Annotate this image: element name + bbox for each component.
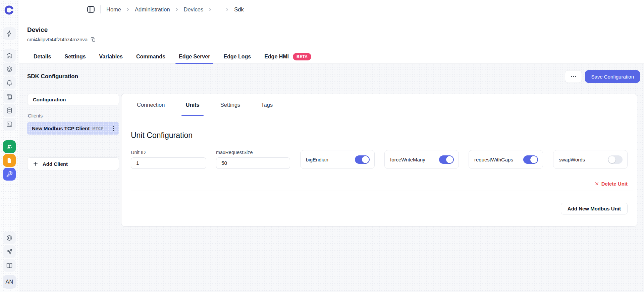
more-options-button[interactable] bbox=[565, 70, 582, 83]
tab-edge-hmi-label: Edge HMI bbox=[264, 54, 289, 60]
sidebar-item-database[interactable] bbox=[3, 104, 16, 117]
breadcrumb-administration[interactable]: Administration bbox=[135, 6, 170, 13]
users-icon bbox=[6, 143, 13, 150]
app-logo-icon[interactable] bbox=[4, 5, 14, 15]
x-icon bbox=[595, 182, 599, 186]
topbar: Home Administration Devices Sdk bbox=[19, 0, 644, 19]
terminal-icon bbox=[6, 121, 13, 128]
swap-words-toggle-card: swapWords bbox=[553, 150, 628, 169]
breadcrumb-sdk: Sdk bbox=[234, 6, 244, 13]
client-config-card: Connection Units Settings Tags Unit Conf… bbox=[121, 94, 637, 227]
tab-units[interactable]: Units bbox=[181, 94, 203, 116]
copy-icon[interactable] bbox=[90, 37, 96, 42]
chevron-right-icon bbox=[125, 7, 130, 12]
sidebar-item-users-app[interactable] bbox=[3, 140, 16, 153]
save-configuration-button[interactable]: Save Configuration bbox=[585, 70, 640, 83]
chevron-right-icon bbox=[208, 7, 213, 12]
client-type-badge: MTCP bbox=[92, 127, 104, 131]
chevron-right-icon bbox=[174, 7, 179, 12]
add-new-modbus-unit-button[interactable]: Add New Modbus Unit bbox=[561, 203, 628, 214]
delete-unit-button[interactable]: Delete Unit bbox=[595, 181, 628, 187]
clients-label: Clients bbox=[28, 113, 119, 118]
app-root: AN Home Administration Devices Sdk D bbox=[0, 0, 644, 292]
wrench-icon bbox=[6, 171, 13, 178]
unit-id-input[interactable] bbox=[131, 157, 206, 169]
sidebar-item-layers[interactable] bbox=[3, 63, 16, 76]
max-request-size-input[interactable] bbox=[216, 157, 290, 169]
swap-words-toggle[interactable] bbox=[608, 155, 623, 164]
tab-tags[interactable]: Tags bbox=[257, 94, 277, 116]
sidebar-item-terminal[interactable] bbox=[3, 118, 16, 131]
client-tabs: Connection Units Settings Tags bbox=[121, 94, 637, 116]
force-write-many-toggle-card: forceWriteMany bbox=[384, 150, 459, 169]
swap-words-label: swapWords bbox=[559, 157, 585, 162]
sidebar-item-notifications[interactable] bbox=[3, 77, 16, 89]
tab-edge-hmi[interactable]: Edge HMIBETA bbox=[261, 50, 315, 63]
request-with-gaps-label: requestWithGaps bbox=[474, 157, 513, 162]
database-icon bbox=[6, 107, 13, 114]
sidebar: AN bbox=[0, 0, 19, 292]
big-endian-toggle-card: bigEndian bbox=[300, 150, 375, 169]
force-write-many-toggle[interactable] bbox=[439, 155, 454, 164]
chevron-right-icon bbox=[225, 7, 230, 12]
clients-panel: Configuration Clients New Modbus TCP Cli… bbox=[27, 94, 119, 170]
add-client-label: Add Client bbox=[43, 161, 68, 167]
device-header: Device cmi4kilpv044fzt4hz4rnznva bbox=[19, 19, 644, 42]
request-with-gaps-toggle[interactable] bbox=[523, 155, 538, 164]
scroll-icon bbox=[6, 93, 13, 100]
max-request-size-label: maxRequestSize bbox=[216, 150, 290, 155]
max-request-size-field-group: maxRequestSize bbox=[216, 150, 290, 169]
layers-icon bbox=[6, 66, 13, 72]
request-with-gaps-toggle-card: requestWithGaps bbox=[469, 150, 543, 169]
book-open-icon bbox=[6, 262, 13, 269]
tab-variables[interactable]: Variables bbox=[96, 50, 126, 63]
file-icon bbox=[6, 157, 13, 164]
tab-client-settings[interactable]: Settings bbox=[216, 94, 245, 116]
topbar-divider bbox=[100, 5, 101, 13]
sidebar-item-docs[interactable] bbox=[3, 259, 16, 272]
tab-settings[interactable]: Settings bbox=[61, 50, 89, 63]
tab-commands[interactable]: Commands bbox=[133, 50, 169, 63]
breadcrumb-home[interactable]: Home bbox=[106, 6, 121, 13]
sidebar-item-documents-app[interactable] bbox=[3, 154, 16, 167]
plus-icon bbox=[33, 161, 38, 166]
divider bbox=[131, 191, 633, 191]
big-endian-toggle[interactable] bbox=[355, 155, 370, 164]
home-icon bbox=[6, 52, 13, 59]
force-write-many-label: forceWriteMany bbox=[390, 157, 425, 162]
sidebar-item-logs[interactable] bbox=[3, 90, 16, 103]
sidebar-toggle-button[interactable] bbox=[87, 5, 95, 14]
unit-id-label: Unit ID bbox=[131, 150, 206, 155]
tab-connection[interactable]: Connection bbox=[133, 94, 169, 116]
tab-edge-server[interactable]: Edge Server bbox=[175, 50, 213, 63]
user-avatar[interactable]: AN bbox=[3, 275, 16, 289]
life-buoy-icon bbox=[6, 235, 13, 241]
device-tabs: Details Settings Variables Commands Edge… bbox=[19, 50, 644, 64]
add-client-button[interactable]: Add Client bbox=[27, 157, 119, 170]
send-icon bbox=[6, 248, 13, 255]
sidebar-item-tools-app[interactable] bbox=[3, 168, 16, 181]
quick-actions-button[interactable] bbox=[3, 27, 16, 40]
client-name: New Modbus TCP Client bbox=[32, 126, 90, 131]
tab-details[interactable]: Details bbox=[30, 50, 54, 63]
beta-badge: BETA bbox=[293, 53, 311, 60]
configuration-item[interactable]: Configuration bbox=[27, 94, 119, 105]
sidebar-item-help[interactable] bbox=[3, 232, 16, 244]
bell-icon bbox=[6, 80, 13, 86]
delete-unit-label: Delete Unit bbox=[601, 181, 628, 187]
unit-configuration-heading: Unit Configuration bbox=[131, 131, 628, 140]
unit-id-field-group: Unit ID bbox=[131, 150, 206, 169]
section-title: SDK Configuration bbox=[27, 73, 78, 80]
content-area: SDK Configuration Save Configuration Con… bbox=[19, 64, 644, 292]
bolt-icon bbox=[6, 30, 13, 37]
kebab-menu-icon[interactable] bbox=[111, 124, 116, 133]
client-list-item[interactable]: New Modbus TCP Client MTCP bbox=[27, 122, 119, 135]
page-title: Device bbox=[27, 26, 644, 34]
divider bbox=[27, 147, 119, 147]
sidebar-item-home[interactable] bbox=[3, 49, 16, 62]
breadcrumb-devices[interactable]: Devices bbox=[184, 6, 204, 13]
main-area: Home Administration Devices Sdk Device c… bbox=[19, 0, 644, 292]
tab-edge-logs[interactable]: Edge Logs bbox=[220, 50, 254, 63]
sidebar-item-feedback[interactable] bbox=[3, 245, 16, 258]
panel-left-icon bbox=[87, 5, 95, 14]
